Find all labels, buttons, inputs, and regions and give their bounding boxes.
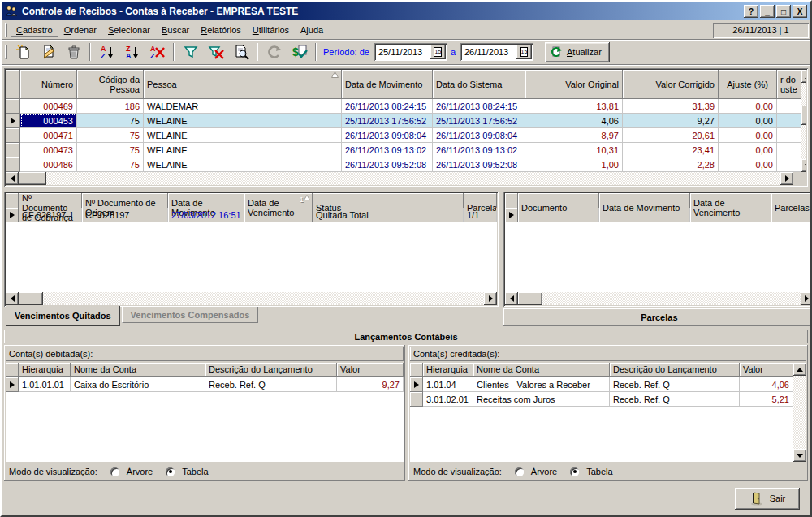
sair-button[interactable]: Sair [735, 488, 800, 510]
table-row[interactable]: 000471 75 WELAINE 26/11/2013 09:08:04 26… [6, 128, 801, 143]
credit-panel: Conta(s) creditada(s): Hierarquia Nome d… [408, 345, 808, 481]
delete-record-button[interactable] [61, 42, 86, 62]
receive-payment-button[interactable]: $ [287, 42, 312, 62]
col-nome-conta[interactable]: Nome da Conta [71, 363, 205, 377]
locate-record-button[interactable] [228, 42, 253, 62]
scroll-up-button[interactable] [793, 363, 806, 376]
horizontal-scroll-thumb[interactable] [19, 172, 46, 185]
menu-cadastro[interactable]: Cadastro [11, 24, 58, 37]
col-nome-conta[interactable]: Nome da Conta [473, 363, 610, 377]
menu-selecionar[interactable]: Selecionar [102, 24, 156, 37]
menu-relatorios[interactable]: Relatórios [195, 24, 247, 37]
col-valor-original[interactable]: Valor Original [525, 70, 623, 99]
delete-record-icon [66, 44, 82, 60]
menu-ajuda[interactable]: Ajuda [295, 24, 329, 37]
sort-asc-button[interactable]: A Z [94, 42, 119, 62]
credit-grid: Hierarquia Nome da Conta Descrição do La… [410, 363, 806, 462]
col-data-sistema[interactable]: Data do Sistema [433, 70, 525, 99]
col-valor-corrigido[interactable]: Valor Corrigido [623, 70, 719, 99]
col-valor[interactable]: Valor [337, 363, 404, 377]
menu-utilitarios[interactable]: Utilitários [247, 24, 295, 37]
filter-button[interactable] [178, 42, 203, 62]
sort-desc-button[interactable]: Z A [119, 42, 145, 62]
vertical-scrollbar[interactable] [801, 70, 806, 172]
horizontal-scrollbar[interactable] [505, 292, 812, 305]
tab-vencimentos-quitados[interactable]: Vencimentos Quitados [6, 306, 120, 326]
col-ajuste[interactable]: Ajuste (%) [719, 70, 777, 99]
atualizar-button[interactable]: Atualizar [545, 42, 610, 62]
table-row[interactable]: 1.01.04 Clientes - Valores a Receber Rec… [410, 377, 793, 392]
minimize-button[interactable]: _ [760, 5, 775, 18]
radio-tabela-label[interactable]: Tabela [586, 467, 612, 476]
col-pessoa[interactable]: Pessoa [144, 70, 342, 99]
horizontal-scrollbar[interactable] [6, 292, 497, 305]
new-record-button[interactable] [11, 42, 36, 62]
table-row-empty[interactable] [505, 208, 812, 222]
col-descricao[interactable]: Descrição do Lançamento [205, 363, 337, 377]
debit-caption: Conta(s) debitada(s): [6, 347, 404, 361]
table-row-selected[interactable]: 000453 75 WELAINE 25/11/2013 17:56:52 25… [6, 114, 801, 128]
calendar-icon: 15 [434, 47, 442, 57]
scroll-up-button[interactable] [801, 70, 806, 83]
scroll-right-button[interactable] [780, 172, 793, 185]
col-valor-ajuste-clipped[interactable]: r do uste [777, 70, 801, 99]
col-data-vencimento[interactable]: Data de Vencimento 1 [244, 193, 313, 222]
col-valor[interactable]: Valor [740, 363, 793, 377]
footer-bar: Sair [2, 481, 810, 515]
row-indicator-current [6, 377, 19, 392]
menu-grip[interactable] [5, 23, 7, 37]
filter-clear-button[interactable] [203, 42, 228, 62]
row-indicator-current [410, 377, 423, 392]
table-row[interactable]: 3.01.02.01 Receitas com Juros Receb. Ref… [410, 392, 793, 407]
horizontal-scroll-thumb[interactable] [518, 292, 542, 305]
radio-arvore-label[interactable]: Árvore [127, 467, 153, 476]
svg-text:Z: Z [150, 52, 155, 60]
tab-vencimentos-compensados[interactable]: Vencimentos Compensados [122, 307, 259, 323]
toolbar-grip[interactable] [5, 45, 7, 59]
col-hierarquia[interactable]: Hierarquia [423, 363, 473, 377]
date-from-input[interactable] [374, 47, 428, 57]
arrow-left-icon [510, 295, 514, 302]
scroll-left-button[interactable] [6, 172, 19, 185]
col-data-movimento[interactable]: Data de Movimento [342, 70, 433, 99]
edit-record-button[interactable] [36, 42, 61, 62]
date-to-calendar-button[interactable]: 15 [516, 45, 532, 59]
col-hierarquia[interactable]: Hierarquia [19, 363, 71, 377]
radio-arvore[interactable] [110, 467, 119, 476]
scroll-right-button[interactable] [484, 292, 497, 305]
radio-tabela[interactable] [166, 467, 175, 476]
table-row[interactable]: 000473 75 WELAINE 26/11/2013 09:13:02 26… [6, 143, 801, 157]
close-button[interactable]: X [793, 5, 807, 18]
horizontal-scroll-thumb[interactable] [19, 292, 43, 305]
scroll-left-button[interactable] [505, 292, 518, 305]
help-button[interactable]: ? [744, 5, 758, 18]
table-row[interactable]: 000469 186 WALDEMAR 26/11/2013 08:24:15 … [6, 99, 801, 114]
refresh-disabled-button[interactable] [261, 42, 287, 62]
scroll-left-button[interactable] [6, 292, 19, 305]
table-row[interactable]: 000486 75 WELAINE 26/11/2013 09:52:08 26… [6, 157, 801, 172]
date-from-calendar-button[interactable]: 15 [430, 45, 446, 59]
sort-clear-button[interactable]: A Z [145, 42, 170, 62]
col-codigo-pessoa[interactable]: Código da Pessoa [77, 70, 144, 99]
menu-buscar[interactable]: Buscar [156, 24, 195, 37]
col-numero[interactable]: Número [20, 70, 77, 99]
row-indicator-current [505, 208, 518, 222]
radio-arvore-label[interactable]: Árvore [531, 467, 557, 476]
vertical-scrollbar[interactable] [793, 363, 806, 462]
radio-tabela-label[interactable]: Tabela [182, 467, 208, 476]
current-row-arrow-icon [11, 118, 15, 124]
date-to-input[interactable] [460, 47, 514, 57]
radio-tabela[interactable] [570, 467, 579, 476]
menu-ordenar[interactable]: Ordenar [58, 24, 102, 37]
row-indicator [6, 143, 20, 157]
scroll-down-button[interactable] [793, 449, 806, 462]
maximize-button[interactable]: □ [776, 5, 791, 18]
scroll-right-button[interactable] [801, 292, 812, 305]
scroll-down-button[interactable] [801, 159, 806, 172]
vertical-scroll-thumb[interactable] [801, 106, 806, 125]
horizontal-scrollbar[interactable] [6, 172, 793, 185]
toolbar: A Z Z A A Z [2, 40, 810, 65]
table-row[interactable]: 1.01.01.01 Caixa do Escritório Receb. Re… [6, 377, 404, 392]
col-descricao[interactable]: Descrição do Lançamento [610, 363, 740, 377]
radio-arvore[interactable] [515, 467, 524, 476]
